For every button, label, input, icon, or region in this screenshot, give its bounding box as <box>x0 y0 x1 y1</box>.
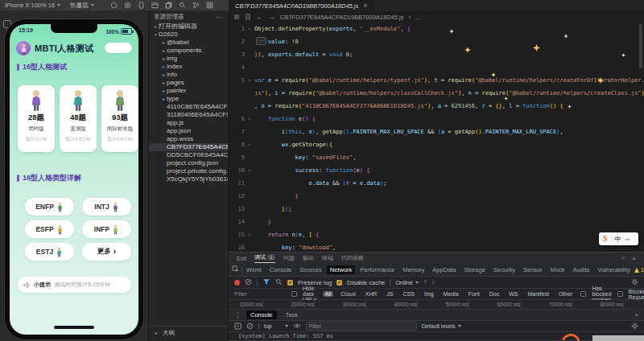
network-type-filter-img[interactable]: Img <box>422 291 436 297</box>
kebab-menu-icon[interactable]: ⋮ <box>234 311 241 318</box>
blocked-requests-checkbox[interactable] <box>617 291 623 297</box>
explorer-folder-pages[interactable]: ▸ pages <box>149 79 228 87</box>
bookmark-icon[interactable] <box>245 14 251 20</box>
network-type-filter-ws[interactable]: WS <box>506 291 520 297</box>
close-icon[interactable]: × <box>363 2 367 10</box>
quiz-card[interactable]: 93题 国际标准版 预计5-8分钟 <box>101 85 138 152</box>
device-selector[interactable]: iPhone X 100% 16 <box>0 2 65 9</box>
explorer-open-editors[interactable]: ▸ 打开的编辑器 <box>149 23 228 31</box>
search-icon[interactable] <box>275 278 283 287</box>
panel-tab-代码依赖[interactable]: 代码依赖 <box>341 254 364 262</box>
log-levels-select[interactable]: Default levels <box>422 323 461 329</box>
explorer-file[interactable]: X5cQkjY5Y5jYb0361c0... <box>149 175 228 183</box>
blocked-cookies-checkbox[interactable] <box>580 291 586 297</box>
devtools-tab-network[interactable]: Network <box>327 265 356 274</box>
fold-icon[interactable]: › <box>245 113 254 125</box>
hot-reload-selector[interactable]: 热重载 <box>65 2 99 10</box>
panel-tab-输出[interactable]: 输出 <box>303 254 314 262</box>
search-icon[interactable] <box>179 2 186 9</box>
clear-console-icon[interactable] <box>246 323 254 331</box>
type-pill-ENFP[interactable]: ENFP <box>25 198 74 216</box>
devtools-tab-console[interactable]: Console <box>266 265 295 274</box>
grid-icon[interactable] <box>206 2 213 9</box>
frame-selector-icon[interactable] <box>234 323 242 331</box>
devtools-tab-storage[interactable]: Storage <box>461 265 489 274</box>
network-type-filter-all[interactable]: All <box>323 291 334 297</box>
devtools-tab-wxml[interactable]: Wxml <box>243 265 265 274</box>
devtools-tab-sources[interactable]: Sources <box>296 265 325 274</box>
more-icon[interactable]: ⋯ <box>216 14 223 21</box>
ime-mode[interactable]: 中 <box>615 236 622 243</box>
outline-section[interactable]: ▸ 大纲 <box>149 326 228 339</box>
editor-scrollbar[interactable] <box>639 24 642 68</box>
git-branch-icon[interactable] <box>192 2 200 9</box>
explorer-file[interactable]: project.private.config.js... <box>149 167 228 175</box>
type-pill-ESTJ[interactable]: ESTJ <box>25 243 74 261</box>
warning-badge[interactable]: 1 <box>634 267 644 273</box>
record-button[interactable] <box>234 280 240 286</box>
console-tab-task[interactable]: Task <box>282 310 302 319</box>
explorer-folder-info[interactable]: ▸ info <box>149 71 228 79</box>
export-har-icon[interactable]: ↓ <box>431 279 435 286</box>
code-area[interactable]: 1 › Object.defineProperty(exports, "__es… <box>229 23 644 252</box>
network-type-filter-cloud[interactable]: Cloud <box>338 291 357 297</box>
disable-cache-checkbox[interactable]: ✓ <box>336 280 342 286</box>
network-type-filter-js[interactable]: JS <box>384 291 395 297</box>
devtools-tab-mock[interactable]: Mock <box>547 265 568 274</box>
fold-ellipsis[interactable]: ⋯ <box>256 37 266 45</box>
panel-tab-问题[interactable]: 问题 <box>283 254 295 262</box>
fold-icon[interactable]: › <box>245 74 254 87</box>
ime-tools-icon[interactable]: ●● <box>625 237 630 241</box>
explorer-folder-babel[interactable]: ▸ @babel <box>149 39 228 47</box>
network-type-filter-doc[interactable]: Doc <box>487 291 502 297</box>
fold-icon[interactable]: › <box>245 23 254 35</box>
network-filter-input[interactable] <box>234 290 286 298</box>
explorer-file[interactable]: project.config.json <box>149 159 228 167</box>
network-type-filter-font[interactable]: Font <box>466 291 482 297</box>
explorer-folder-type[interactable]: ▸ type <box>149 95 228 103</box>
explorer-file[interactable]: app.wxss <box>149 135 228 143</box>
explorer-folder-painter[interactable]: ▸ painter <box>149 87 228 95</box>
type-pill-ESFP[interactable]: ESFP <box>25 220 74 238</box>
throttle-select[interactable]: Online <box>395 279 419 286</box>
eye-icon[interactable] <box>293 323 301 330</box>
explorer-file[interactable]: app.json <box>149 127 228 135</box>
network-type-filter-css[interactable]: CSS <box>401 291 417 297</box>
preserve-log-checkbox[interactable]: ✓ <box>287 280 293 286</box>
more-pill[interactable]: 更多 › <box>82 243 131 261</box>
gear-icon[interactable] <box>631 278 638 287</box>
files-icon[interactable] <box>165 2 172 9</box>
network-type-filter-manifest[interactable]: Manifest <box>525 291 551 297</box>
fold-icon[interactable]: › <box>245 164 254 177</box>
breadcrumb-more[interactable]: ... <box>415 14 420 21</box>
devtools-tab-appdata[interactable]: AppData <box>429 265 459 274</box>
devtools-tab-vulnerability[interactable]: Vulnerability <box>594 265 634 274</box>
breadcrumb-file[interactable]: CB7FD377E645A4CFAD19BB7000A18D45.js <box>280 14 403 21</box>
network-type-filter-xhr[interactable]: XHR <box>363 291 380 297</box>
back-icon[interactable]: ← <box>256 13 263 21</box>
device-icon[interactable] <box>138 2 145 9</box>
devtools-tab-security[interactable]: Security <box>490 265 518 274</box>
editor-tab[interactable]: CB7FD377E645A4CFAD19BB7000A18D45.js × <box>229 0 374 11</box>
quiz-card[interactable]: 28题 简约版 预计2分钟 <box>18 85 55 152</box>
devtools-tab-performance[interactable]: Performance <box>357 265 398 274</box>
context-select[interactable]: top <box>264 323 288 329</box>
explorer-file[interactable]: DD5CBCF0E645A4CF8... <box>149 151 228 159</box>
fold-icon[interactable]: › <box>245 138 254 151</box>
window-icon[interactable] <box>151 2 159 9</box>
compile-icon[interactable] <box>110 2 118 9</box>
ime-toolbar[interactable]: S 中 ●● <box>599 232 638 245</box>
hide-data-urls-checkbox[interactable] <box>291 291 297 297</box>
list-icon[interactable] <box>233 14 240 20</box>
tip-bar[interactable]: 小提示 测试时间预计5-15分钟 <box>18 277 131 293</box>
explorer-root-folder[interactable]: ▾ D2620 <box>149 31 228 39</box>
explorer-folder-components[interactable]: ▸ components <box>149 47 228 55</box>
capsule-button[interactable] <box>105 43 132 53</box>
record-icon[interactable] <box>124 2 131 9</box>
close-icon[interactable]: × <box>635 311 638 318</box>
explorer-file[interactable]: CB7FD377E645A4CFAD... <box>149 143 228 151</box>
explorer-folder-index[interactable]: ▸ index <box>149 63 228 71</box>
explorer-file[interactable]: 4110C867E645A4CF27... <box>149 103 228 111</box>
forward-icon[interactable]: → <box>268 13 275 21</box>
explorer-folder-img[interactable]: ▸ img <box>149 55 228 63</box>
